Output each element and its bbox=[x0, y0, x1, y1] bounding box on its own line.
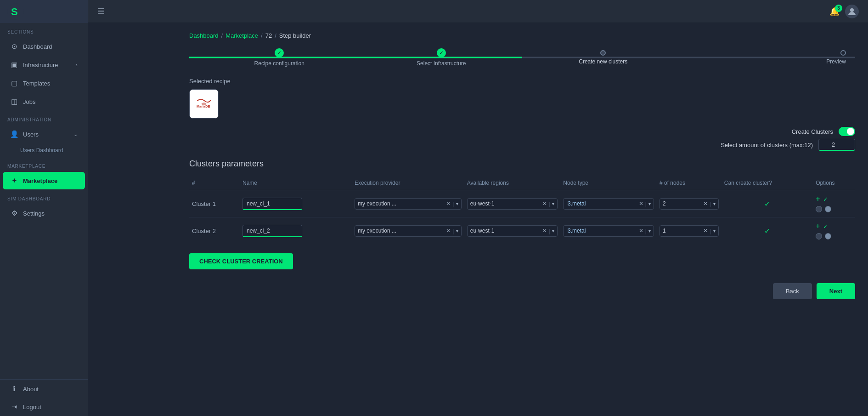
back-button[interactable]: Back bbox=[773, 283, 812, 299]
node-type-chevron-2[interactable]: ▾ bbox=[648, 228, 651, 234]
option-circle-2b[interactable] bbox=[825, 233, 831, 239]
region-clear-2[interactable]: ✕ bbox=[542, 228, 547, 234]
menu-icon[interactable]: ☰ bbox=[97, 6, 105, 17]
clusters-table: # Name Execution provider Available regi… bbox=[189, 176, 855, 244]
region-chevron-1[interactable]: ▾ bbox=[552, 201, 554, 206]
option-circle-1b[interactable] bbox=[825, 206, 831, 212]
select-amount-row: Select amount of clusters (max:12) bbox=[189, 139, 855, 151]
exec-provider-select-2[interactable]: my execution ... ✕ | ▾ bbox=[355, 225, 462, 237]
cluster-name-input-2[interactable] bbox=[242, 225, 302, 237]
users-icon: 👤 bbox=[10, 130, 18, 138]
recipe-section: Selected recipe MariaDB bbox=[189, 78, 855, 119]
stepper-step-4: Preview bbox=[684, 50, 846, 65]
options-row-2a: + ✓ bbox=[816, 222, 852, 230]
region-select-2[interactable]: eu-west-1 ✕ | ▾ bbox=[467, 225, 558, 237]
notification-bell[interactable]: 🔔 3 bbox=[829, 6, 840, 17]
sidebar-item-label: Settings bbox=[23, 210, 45, 217]
check-cluster-button[interactable]: CHECK CLUSTER CREATION bbox=[189, 253, 293, 269]
stepper-dot-1: ✓ bbox=[275, 48, 284, 57]
sidebar-item-settings[interactable]: ⚙ Settings bbox=[3, 205, 85, 222]
nodes-clear-2[interactable]: ✕ bbox=[703, 228, 708, 234]
stepper-step-2: ✓ Select Infrastructure bbox=[361, 48, 523, 67]
node-type-value-1: i3.metal bbox=[566, 200, 636, 207]
col-header-hash: # bbox=[189, 176, 240, 190]
col-header-options: Options bbox=[813, 176, 855, 190]
exec-provider-value-2: my execution ... bbox=[358, 228, 443, 234]
sidebar-item-users-dashboard[interactable]: Users Dashboard bbox=[0, 143, 88, 157]
sidebar-item-label: Infrastructure bbox=[23, 62, 58, 68]
add-option-1[interactable]: + bbox=[816, 195, 820, 203]
chevron-right-icon: › bbox=[76, 62, 78, 68]
cluster-id-1: Cluster 1 bbox=[189, 190, 240, 217]
recipe-card: MariaDB bbox=[189, 89, 219, 119]
can-create-check-1: ✓ bbox=[764, 200, 770, 208]
create-clusters-toggle[interactable] bbox=[839, 127, 855, 136]
bottom-row: Back Next bbox=[189, 283, 855, 299]
exec-provider-chevron-1[interactable]: ▾ bbox=[456, 201, 458, 206]
cluster-name-cell-2 bbox=[240, 217, 352, 245]
options-row-1a: + ✓ bbox=[816, 195, 852, 203]
sidebar-item-users[interactable]: 👤 Users ⌄ bbox=[3, 125, 85, 143]
node-type-clear-1[interactable]: ✕ bbox=[639, 200, 643, 207]
stepper-step-1: ✓ Recipe configuration bbox=[198, 48, 361, 67]
region-chevron-2[interactable]: ▾ bbox=[552, 228, 554, 234]
nodes-value-2: 1 bbox=[663, 228, 701, 234]
node-type-select-2[interactable]: i3.metal ✕ | ▾ bbox=[563, 225, 654, 237]
svg-point-1 bbox=[850, 8, 854, 12]
node-type-clear-2[interactable]: ✕ bbox=[639, 228, 643, 234]
add-option-2[interactable]: + bbox=[816, 222, 820, 230]
sidebar-item-label: Logout bbox=[23, 404, 41, 410]
confirm-option-1[interactable]: ✓ bbox=[823, 196, 828, 203]
options-cell-1: + ✓ bbox=[813, 190, 855, 217]
breadcrumb-marketplace[interactable]: Marketplace bbox=[225, 32, 258, 39]
svg-text:S: S bbox=[11, 6, 18, 17]
cluster-amount-input[interactable] bbox=[818, 139, 855, 151]
nodes-clear-1[interactable]: ✕ bbox=[703, 200, 708, 207]
sidebar-item-infrastructure[interactable]: ▣ Infrastructure › bbox=[3, 56, 85, 74]
exec-provider-cell-2: my execution ... ✕ | ▾ bbox=[352, 217, 464, 245]
dashboard-icon: ⊙ bbox=[10, 42, 18, 51]
sidebar: S SECTIONS ⊙ Dashboard ▣ Infrastructure … bbox=[0, 0, 88, 416]
breadcrumb-dashboard[interactable]: Dashboard bbox=[189, 32, 219, 39]
cluster-name-input-1[interactable] bbox=[242, 198, 302, 210]
nodes-value-1: 2 bbox=[663, 200, 701, 207]
nodes-select-2[interactable]: 1 ✕ | ▾ bbox=[659, 225, 719, 237]
exec-provider-clear-1[interactable]: ✕ bbox=[446, 200, 451, 207]
notification-badge: 3 bbox=[835, 5, 842, 12]
app-logo: S bbox=[7, 3, 24, 20]
sidebar-item-templates[interactable]: ▢ Templates bbox=[3, 74, 85, 92]
cluster-id-2: Cluster 2 bbox=[189, 217, 240, 245]
node-type-select-1[interactable]: i3.metal ✕ | ▾ bbox=[563, 198, 654, 210]
main-content: Dashboard / Marketplace / 72 / Step buil… bbox=[176, 23, 868, 416]
option-circle-2a[interactable] bbox=[816, 233, 822, 239]
nodes-chevron-2[interactable]: ▾ bbox=[713, 228, 716, 234]
confirm-option-2[interactable]: ✓ bbox=[823, 223, 828, 230]
cluster-name-cell-1 bbox=[240, 190, 352, 217]
sidebar-item-dashboard[interactable]: ⊙ Dashboard bbox=[3, 38, 85, 55]
sidebar-item-label: About bbox=[23, 386, 39, 393]
exec-provider-chevron-2[interactable]: ▾ bbox=[456, 228, 458, 234]
col-header-can-create: Can create cluster? bbox=[721, 176, 813, 190]
node-type-cell-2: i3.metal ✕ | ▾ bbox=[560, 217, 657, 245]
region-select-1[interactable]: eu-west-1 ✕ | ▾ bbox=[467, 198, 558, 210]
user-avatar[interactable] bbox=[845, 5, 859, 18]
exec-provider-clear-2[interactable]: ✕ bbox=[446, 228, 451, 234]
create-clusters-label: Create Clusters bbox=[792, 128, 833, 135]
stepper-label-4: Preview bbox=[826, 58, 846, 65]
sidebar-item-logout[interactable]: ⇥ Logout bbox=[3, 398, 85, 416]
nodes-select-1[interactable]: 2 ✕ | ▾ bbox=[659, 198, 719, 210]
chevron-down-icon: ⌄ bbox=[73, 131, 78, 137]
sidebar-item-marketplace[interactable]: ✦ Marketplace bbox=[3, 172, 85, 189]
node-type-cell-1: i3.metal ✕ | ▾ bbox=[560, 190, 657, 217]
option-circle-1a[interactable] bbox=[816, 206, 822, 212]
sidebar-item-label: Users Dashboard bbox=[20, 147, 63, 154]
infrastructure-icon: ▣ bbox=[10, 61, 18, 69]
exec-provider-select-1[interactable]: my execution ... ✕ | ▾ bbox=[355, 198, 462, 210]
nodes-chevron-1[interactable]: ▾ bbox=[713, 201, 716, 206]
region-clear-1[interactable]: ✕ bbox=[542, 200, 547, 207]
sidebar-item-jobs[interactable]: ◫ Jobs bbox=[3, 93, 85, 110]
breadcrumb: Dashboard / Marketplace / 72 / Step buil… bbox=[189, 32, 855, 39]
node-type-chevron-1[interactable]: ▾ bbox=[648, 201, 651, 206]
sidebar-item-about[interactable]: ℹ About bbox=[3, 380, 85, 398]
next-button[interactable]: Next bbox=[817, 283, 855, 299]
